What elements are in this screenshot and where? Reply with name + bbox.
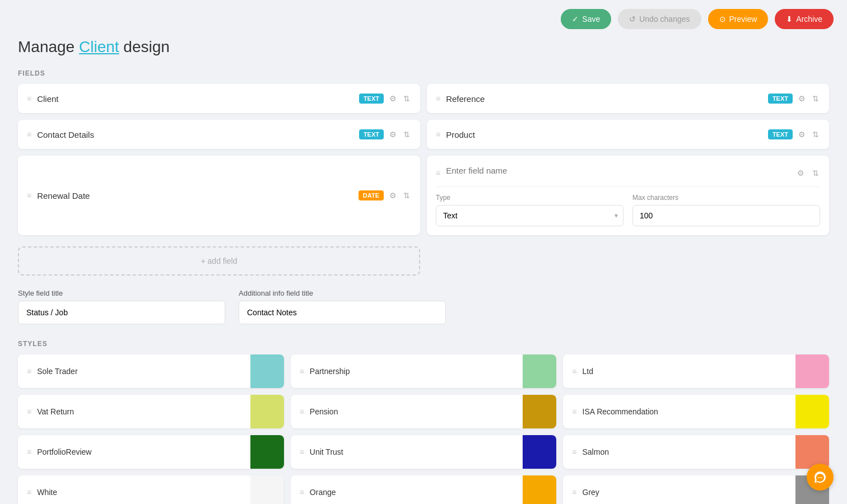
field-product-settings-icon[interactable]: ⚙: [797, 129, 807, 140]
style-drag-handle-icon[interactable]: ≡: [27, 367, 31, 376]
drag-handle-icon[interactable]: ≡: [27, 191, 31, 200]
field-type-select[interactable]: Text Date Number: [436, 205, 623, 226]
undo-icon: ↺: [629, 15, 636, 24]
style-color-swatch[interactable]: [795, 395, 829, 428]
style-drag-handle-icon[interactable]: ≡: [572, 367, 576, 376]
style-drag-handle-icon[interactable]: ≡: [300, 367, 304, 376]
style-name: Partnership: [310, 367, 350, 376]
style-drag-handle-icon[interactable]: ≡: [572, 447, 576, 456]
style-card: ≡ White: [18, 475, 284, 504]
field-reference: ≡ Reference TEXT ⚙ ⇅: [427, 84, 829, 113]
style-card: ≡ Grey: [563, 475, 829, 504]
style-drag-handle-icon[interactable]: ≡: [300, 447, 304, 456]
field-renewal-date-name: Renewal Date: [37, 191, 90, 200]
style-card: ≡ ISA Recommendation: [563, 395, 829, 428]
style-color-swatch[interactable]: [523, 435, 556, 469]
style-color-swatch[interactable]: [250, 475, 284, 504]
style-name: White: [37, 488, 57, 497]
chat-button[interactable]: [807, 464, 834, 491]
check-icon: ✓: [572, 15, 579, 24]
style-name: Ltd: [583, 367, 593, 376]
max-characters-input[interactable]: [632, 205, 820, 226]
field-product-badge: TEXT: [768, 129, 793, 139]
style-drag-handle-icon[interactable]: ≡: [572, 407, 576, 416]
style-color-swatch[interactable]: [795, 354, 829, 388]
preview-button[interactable]: ⊙ Preview: [708, 9, 769, 29]
field-contact-details-settings-icon[interactable]: ⚙: [388, 129, 398, 140]
top-bar: ✓ Save ↺ Undo changes ⊙ Preview ⬇ Archiv…: [0, 0, 847, 38]
style-name: Unit Trust: [310, 447, 343, 456]
field-reference-settings-icon[interactable]: ⚙: [797, 93, 807, 104]
style-name: Sole Trader: [37, 367, 77, 376]
max-label: Max characters: [632, 194, 820, 202]
preview-icon: ⊙: [719, 15, 726, 24]
archive-button[interactable]: ⬇ Archive: [775, 9, 834, 29]
field-reference-move-icon[interactable]: ⇅: [811, 93, 820, 104]
field-client-settings-icon[interactable]: ⚙: [388, 93, 398, 104]
field-reference-badge: TEXT: [768, 94, 793, 104]
field-contact-details-move-icon[interactable]: ⇅: [402, 129, 411, 140]
style-card: ≡ Pension: [291, 395, 557, 428]
style-color-swatch[interactable]: [523, 475, 556, 504]
style-color-swatch[interactable]: [250, 435, 284, 469]
style-card: ≡ Sole Trader: [18, 354, 284, 388]
additional-info-field-group: Additional info field title: [239, 289, 446, 324]
page-title: Manage Client design: [18, 38, 829, 56]
field-product: ≡ Product TEXT ⚙ ⇅: [427, 120, 829, 149]
field-product-move-icon[interactable]: ⇅: [811, 129, 820, 140]
field-renewal-date-settings-icon[interactable]: ⚙: [388, 190, 398, 201]
style-name: ISA Recommendation: [583, 407, 658, 416]
drag-handle-icon[interactable]: ≡: [436, 94, 440, 103]
style-color-swatch[interactable]: [250, 354, 284, 388]
field-renewal-date-badge: DATE: [359, 190, 384, 200]
add-field-button[interactable]: + add field: [18, 246, 420, 276]
additional-info-label: Additional info field title: [239, 289, 446, 297]
style-drag-handle-icon[interactable]: ≡: [572, 488, 576, 497]
main-content: Manage Client design FIELDS ≡ Client TEX…: [0, 38, 847, 504]
archive-icon: ⬇: [786, 15, 793, 24]
style-name: Vat Return: [37, 407, 74, 416]
additional-info-input[interactable]: [239, 301, 446, 324]
style-color-swatch[interactable]: [795, 435, 829, 469]
style-card: ≡ Ltd: [563, 354, 829, 388]
field-renewal-date-move-icon[interactable]: ⇅: [402, 190, 411, 201]
style-field-title-input[interactable]: [18, 301, 225, 324]
chat-icon: [813, 470, 827, 484]
style-drag-handle-icon[interactable]: ≡: [300, 407, 304, 416]
type-label: Type: [436, 194, 623, 202]
style-card: ≡ Salmon: [563, 435, 829, 469]
drag-handle-icon[interactable]: ≡: [27, 94, 31, 103]
new-field-card: ≡ ⚙ ⇅ Type Text Date Number ▾: [427, 156, 829, 235]
drag-handle-icon[interactable]: ≡: [436, 130, 440, 139]
style-drag-handle-icon[interactable]: ≡: [27, 407, 31, 416]
field-client: ≡ Client TEXT ⚙ ⇅: [18, 84, 420, 113]
style-name: Salmon: [583, 447, 609, 456]
style-field-title-group: Style field title: [18, 289, 225, 324]
style-card: ≡ Unit Trust: [291, 435, 557, 469]
style-color-swatch[interactable]: [523, 395, 556, 428]
info-fields: Style field title Additional info field …: [18, 289, 829, 324]
style-name: Grey: [583, 488, 599, 497]
style-color-swatch[interactable]: [250, 395, 284, 428]
style-drag-handle-icon[interactable]: ≡: [27, 488, 31, 497]
style-drag-handle-icon[interactable]: ≡: [27, 447, 31, 456]
styles-section-label: STYLES: [18, 340, 829, 348]
field-client-badge: TEXT: [359, 94, 384, 104]
drag-handle-icon[interactable]: ≡: [27, 130, 31, 139]
save-button[interactable]: ✓ Save: [561, 9, 611, 29]
style-name: PortfolioReview: [37, 447, 91, 456]
new-field-name-input[interactable]: [446, 165, 790, 181]
field-product-name: Product: [446, 130, 475, 139]
field-client-name: Client: [37, 94, 58, 104]
style-card: ≡ Orange: [291, 475, 557, 504]
svg-point-2: [821, 477, 822, 478]
svg-point-1: [820, 477, 821, 478]
style-color-swatch[interactable]: [523, 354, 556, 388]
fields-section-label: FIELDS: [18, 69, 829, 77]
field-contact-details-badge: TEXT: [359, 129, 384, 139]
new-field-move-icon[interactable]: ⇅: [811, 167, 820, 179]
undo-button[interactable]: ↺ Undo changes: [618, 9, 701, 29]
field-client-move-icon[interactable]: ⇅: [402, 93, 411, 104]
style-drag-handle-icon[interactable]: ≡: [300, 488, 304, 497]
new-field-settings-icon[interactable]: ⚙: [796, 167, 806, 179]
